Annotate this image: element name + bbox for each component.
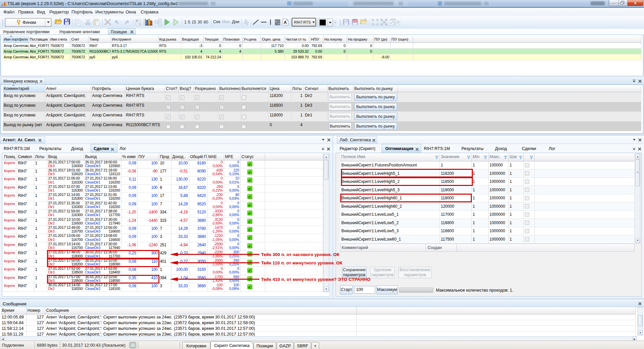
svg-text:AS: AS [353,19,357,22]
svg-text:A: A [284,20,287,25]
